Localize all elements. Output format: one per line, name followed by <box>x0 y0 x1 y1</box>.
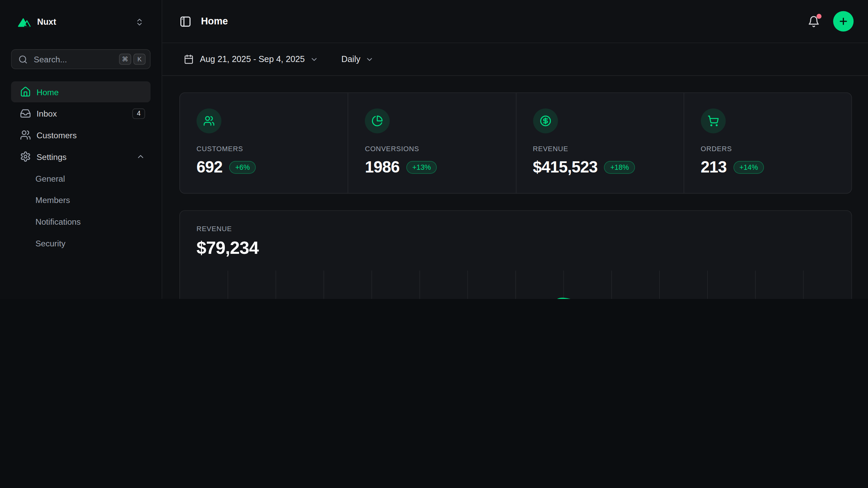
notification-dot <box>816 14 822 19</box>
filters-toolbar: Aug 21, 2025 - Sep 4, 2025 Daily <box>162 43 868 76</box>
stat-value: $415,523 <box>533 158 597 177</box>
stat-delta-badge: +6% <box>229 161 256 174</box>
search-icon <box>18 55 28 64</box>
stat-value: 1986 <box>365 158 399 177</box>
sidebar-toggle-button[interactable] <box>179 15 192 27</box>
chevron-up-icon <box>136 152 145 161</box>
date-range-label: Aug 21, 2025 - Sep 4, 2025 <box>200 54 305 64</box>
sidebar-item-members[interactable]: Members <box>11 189 151 211</box>
dashboard-content: CUSTOMERS 692 +6% CONVERSIONS 1986 +13% <box>162 76 868 299</box>
stat-value: 213 <box>701 158 727 177</box>
revenue-chart-value: $79,234 <box>197 238 835 258</box>
stats-panel: CUSTOMERS 692 +6% CONVERSIONS 1986 +13% <box>179 93 852 194</box>
users-icon <box>20 129 31 141</box>
sidebar: Nuxt ⌘ K Home Inb <box>0 0 162 299</box>
top-header: Home <box>162 0 868 43</box>
inbox-count-badge: 4 <box>133 108 145 119</box>
stat-delta-badge: +13% <box>406 161 437 174</box>
main-area: Home Aug 21, 2025 - Sep 4, 2025 Daily <box>162 0 868 299</box>
stat-label: CUSTOMERS <box>197 145 331 153</box>
create-button[interactable] <box>833 11 853 32</box>
workspace-name: Nuxt <box>37 17 135 27</box>
search-box[interactable]: ⌘ K <box>11 49 151 69</box>
revenue-chart-card: REVENUE $79,234 <box>179 210 852 299</box>
sidebar-item-label: Inbox <box>37 109 133 118</box>
revenue-chart-svg <box>180 270 851 299</box>
sidebar-item-label: Home <box>37 87 145 97</box>
stat-customers: CUSTOMERS 692 +6% <box>180 93 348 193</box>
stat-label: CONVERSIONS <box>365 145 499 153</box>
kbd-k: K <box>133 54 145 65</box>
search-input[interactable] <box>33 54 117 64</box>
kbd-command: ⌘ <box>119 54 131 65</box>
cart-icon <box>701 108 726 133</box>
sidebar-item-label: Customers <box>37 130 145 140</box>
sidebar-item-notifications[interactable]: Notifications <box>11 211 151 232</box>
settings-submenu: General Members Notifications Security <box>11 168 151 254</box>
stat-delta-badge: +14% <box>733 161 764 174</box>
chevrons-up-down-icon <box>135 18 144 26</box>
stat-label: ORDERS <box>701 145 835 153</box>
sidebar-nav: Home Inbox 4 Customers Settings <box>11 81 151 254</box>
notifications-button[interactable] <box>806 13 822 29</box>
chevron-down-icon <box>366 55 374 63</box>
app-window: Nuxt ⌘ K Home Inb <box>0 0 868 299</box>
workspace-switcher[interactable]: Nuxt <box>11 10 151 34</box>
stat-orders: ORDERS 213 +14% <box>684 93 851 193</box>
stat-delta-badge: +18% <box>604 161 635 174</box>
sidebar-item-home[interactable]: Home <box>11 81 151 102</box>
sidebar-item-settings[interactable]: Settings <box>11 146 151 167</box>
granularity-select[interactable]: Daily <box>337 51 378 67</box>
chevron-down-icon <box>310 55 318 63</box>
sidebar-item-customers[interactable]: Customers <box>11 124 151 145</box>
stat-label: REVENUE <box>533 145 667 153</box>
stat-value: 692 <box>197 158 223 177</box>
stat-revenue: REVENUE $415,523 +18% <box>516 93 684 193</box>
inbox-icon <box>20 108 31 119</box>
stat-conversions: CONVERSIONS 1986 +13% <box>348 93 516 193</box>
sidebar-item-label: Settings <box>37 152 136 161</box>
revenue-chart <box>180 270 851 299</box>
sidebar-item-general[interactable]: General <box>11 168 151 189</box>
page-title: Home <box>201 16 806 27</box>
calendar-icon <box>184 54 194 64</box>
nuxt-logo-icon <box>18 17 31 27</box>
chart-pie-icon <box>365 108 390 133</box>
users-icon <box>197 108 221 133</box>
home-icon <box>20 86 31 98</box>
date-range-picker[interactable]: Aug 21, 2025 - Sep 4, 2025 <box>179 51 322 67</box>
gear-icon <box>20 151 31 162</box>
granularity-label: Daily <box>341 54 360 64</box>
sidebar-item-security[interactable]: Security <box>11 232 151 254</box>
revenue-chart-label: REVENUE <box>197 225 835 233</box>
sidebar-item-inbox[interactable]: Inbox 4 <box>11 103 151 124</box>
dollar-circle-icon <box>533 108 557 133</box>
